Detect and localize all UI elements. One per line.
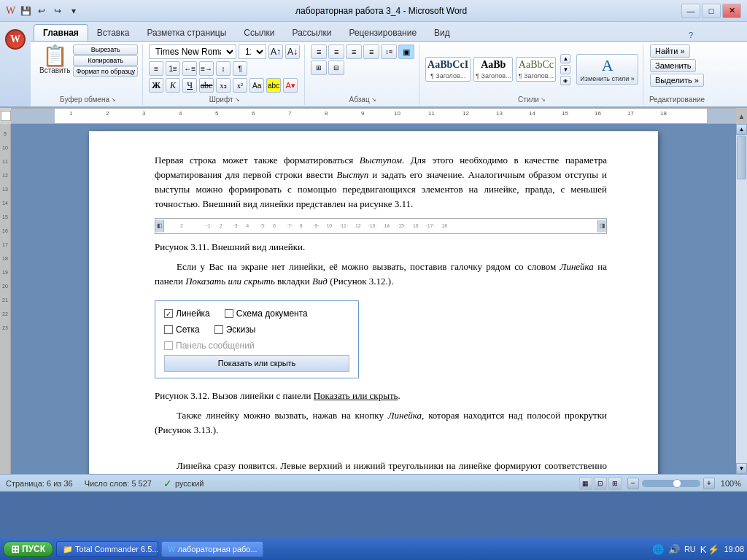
close-button[interactable]: ✕ [722,4,741,18]
ruler-tick-container: 2 ··1· 2 ·3· 4 ·5· 6 ·7· 8 ·9· 10 ·11· 1… [166,219,447,233]
copy-button[interactable]: Копировать [73,55,138,66]
styles-expand-icon[interactable]: ↘ [541,96,546,103]
ruler-num-3: 3 [142,110,145,117]
styles-scroll-up[interactable]: ▲ [560,54,570,63]
subscript-button[interactable]: x₂ [216,78,231,93]
pilcrow-button[interactable]: ¶ [233,61,247,76]
help-button[interactable]: ? [686,29,696,41]
align-center-button[interactable]: ≡ [328,44,344,59]
increase-font-button[interactable]: A↑ [268,44,283,59]
highlight-button[interactable]: abc [266,78,281,93]
style-heading2[interactable]: AaBb ¶ Заголов... [473,57,513,82]
ruler-corner-button[interactable] [1,111,11,121]
align-left-button[interactable]: ≡ [311,44,327,59]
maximize-button[interactable]: □ [702,4,721,18]
volume-tray-icon[interactable]: 🔊 [668,544,680,555]
view-fullscreen-button[interactable]: ⊡ [594,477,607,490]
tab-review[interactable]: Рецензирование [340,25,425,41]
abzac-expand-icon[interactable]: ↘ [371,96,376,103]
italic-button[interactable]: К [166,78,180,93]
find-button[interactable]: Найти » [650,44,690,58]
clipboard-expand-icon[interactable]: ↘ [111,96,116,103]
font-format-row: ≡ 1≡ ←≡ ≡→ ↕ ¶ [149,61,247,76]
style-heading1[interactable]: AaBbCcI ¶ Заголов... [425,57,471,82]
checkbox-schema[interactable] [225,309,233,318]
undo-button[interactable]: ↩ [34,4,49,18]
format-paint-button[interactable]: Формат по образцу [73,66,138,77]
text-effects-button[interactable]: Аа [249,78,264,93]
styles-label: Стили ↘ [425,94,638,105]
doc-scroll-area[interactable]: Первая строка может также форматироватьс… [11,124,736,474]
shading-button[interactable]: ▣ [398,44,414,59]
zoom-in-button[interactable]: + [703,478,715,489]
bold-button[interactable]: Ж [149,78,163,93]
view-normal-button[interactable]: ▦ [579,477,592,490]
office-button[interactable]: W [5,29,26,50]
paste-button[interactable]: 📋 Вставить [38,44,71,76]
save-button[interactable]: 💾 [18,4,33,18]
select-button[interactable]: Выделить » [650,74,704,87]
ruler-collapse-icon[interactable]: ▲ [738,112,746,120]
taskbar-item-word[interactable]: W лабораторная рабо... [161,541,263,557]
superscript-button[interactable]: x² [233,78,247,93]
font-color-button[interactable]: А▾ [283,78,298,93]
tab-mailings[interactable]: Рассылки [284,25,341,41]
style-heading3[interactable]: AaBbCc ¶ Заголов... [516,57,556,82]
tray-icon-1[interactable]: K [700,544,707,555]
decrease-font-button[interactable]: A↓ [285,44,300,59]
replace-button[interactable]: Заменить [650,59,696,72]
zoom-out-button[interactable]: − [627,478,639,489]
network-tray-icon[interactable]: 🌐 [652,544,664,555]
font-size-selector[interactable]: 12 [239,44,266,59]
increase-indent-button[interactable]: ≡→ [199,61,214,76]
underline-button[interactable]: Ч [182,78,197,93]
scroll-down-button[interactable]: ▼ [736,463,747,474]
font-name-selector[interactable]: Times New Roman [149,44,236,59]
edit-label: Редактирование [649,94,705,105]
scroll-thumb[interactable] [737,136,746,179]
tab-references[interactable]: Ссылки [235,25,283,41]
tab-home[interactable]: Главная [34,24,88,41]
checkbox-eskizy[interactable] [214,325,223,334]
dropdown-button[interactable]: ▾ [66,4,81,18]
tab-page-layout[interactable]: Разметка страницы [138,25,235,41]
styles-more[interactable]: ◈ [560,76,570,85]
borders-button[interactable]: ⊞ [311,61,327,75]
checkbox-ruler[interactable]: ✓ [164,309,173,318]
taskbar-item-commander[interactable]: 📁 Total Commander 6.5... [56,541,158,557]
para-1: Первая строка может также форматироватьс… [155,153,607,212]
cut-button[interactable]: Вырезать [73,44,138,55]
ruler-num-10: 10 [394,110,400,117]
align-justify-button[interactable]: ≡ [363,44,379,59]
view-web-button[interactable]: ⊞ [608,477,622,490]
list-numbered-button[interactable]: 1≡ [166,61,180,76]
scroll-up-button[interactable]: ▲ [736,124,747,135]
sort-button[interactable]: ↕ [216,61,231,76]
font-expand-icon[interactable]: ↘ [235,96,240,103]
tab-insert[interactable]: Вставка [88,25,139,41]
list-bullet-button[interactable]: ≡ [149,61,163,76]
figure-311-ruler: ◧ 2 ··1· 2 ·3· 4 ·5· 6 ·7· 8 ·9· 10 [155,218,607,234]
ruler-num-17: 17 [627,110,634,117]
tab-view[interactable]: Вид [425,25,459,41]
tray-icon-2[interactable]: ⚡ [708,544,719,555]
strikethrough-button[interactable]: abc [199,78,214,93]
minimize-button[interactable]: — [681,4,700,18]
show-hide-button[interactable]: Показать или скрыть [164,355,349,372]
redo-button[interactable]: ↪ [50,4,65,18]
change-styles-button[interactable]: A Изменить стили » [576,54,638,85]
styles-scroll-down[interactable]: ▼ [560,65,570,74]
zoom-slider[interactable] [642,480,700,487]
scroll-track[interactable] [736,135,747,463]
vertical-scrollbar[interactable]: ▲ ▼ [736,124,747,474]
horizontal-ruler[interactable]: 1 2 3 4 5 6 7 8 9 10 11 12 13 14 15 16 1… [11,108,736,124]
checkbox-grid[interactable] [164,325,173,334]
styles-group: AaBbCcI ¶ Заголов... AaBb ¶ Заголов... A… [421,44,643,105]
checkbox-messages[interactable] [164,341,173,350]
line-spacing-button[interactable]: ↕≡ [381,44,397,59]
para-2: Если у Вас на экране нет линейки, её мож… [155,260,607,289]
align-right-button[interactable]: ≡ [346,44,362,59]
start-button[interactable]: ⊞ ПУСК [3,541,53,557]
border-style-button[interactable]: ⊟ [328,61,344,75]
decrease-indent-button[interactable]: ←≡ [182,61,197,76]
